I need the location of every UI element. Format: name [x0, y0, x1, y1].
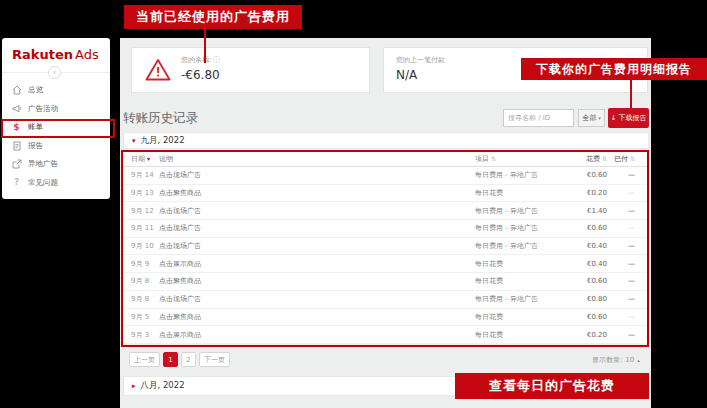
table-row: 9月 11点击现场广告每日费用 - 异地广告€0.60—	[123, 220, 647, 238]
sidebar-item-offsite-ads[interactable]: 异地广告	[2, 155, 110, 174]
download-report-button[interactable]: ↓ 下载报告	[608, 108, 649, 128]
column-header-item[interactable]: 项目⇅	[475, 154, 567, 164]
cell-paid: —	[607, 224, 641, 232]
cell-paid: —	[607, 207, 641, 215]
cell-spend: €0.20	[567, 189, 607, 197]
page-size-control[interactable]: 显示数量: 10 ▴	[592, 355, 640, 365]
balance-card: 您的余额:ⓘ -€6.80	[131, 47, 370, 93]
chevron-down-icon: ▾	[598, 115, 601, 121]
question-icon: ?	[11, 177, 22, 188]
page-size-value: 10	[625, 356, 634, 364]
cell-spend: €0.60	[567, 224, 607, 232]
sidebar-item-label: 总览	[28, 85, 43, 95]
caret-down-icon: ▾	[132, 137, 136, 145]
sidebar-collapse-icon[interactable]: ‹	[48, 66, 61, 79]
cell-item: 每日花费	[475, 312, 567, 322]
table-row: 9月 10点击现场广告每日费用 - 异地广告€0.40—	[123, 238, 647, 256]
month-section-september[interactable]: ▾ 九月, 2022	[123, 132, 649, 149]
cell-desc: 点击现场广告	[159, 170, 475, 180]
table-header: 日期▾ 说明 项目⇅ 花费⇅ 已付⇅	[123, 152, 647, 167]
page-button-2[interactable]: 2	[181, 352, 196, 367]
cell-date: 9月 14	[131, 170, 159, 180]
cell-paid: —	[607, 260, 641, 268]
cell-spend: €0.40	[567, 260, 607, 268]
table-row: 9月 8点击现场广告每日费用 - 异地广告€0.80—	[123, 291, 647, 309]
logo-brand: Rakuten	[12, 47, 73, 62]
cell-paid: —	[607, 331, 641, 339]
external-link-icon	[11, 159, 22, 170]
cell-desc: 点击聚焦商品	[159, 188, 475, 198]
sidebar-item-campaigns[interactable]: 广告活动	[2, 100, 110, 119]
caret-right-icon: ▸	[132, 382, 136, 390]
annotation-used-budget: 当前已经使用的广告费用	[124, 5, 302, 29]
cell-date: 9月 5	[131, 312, 159, 322]
cell-spend: €1.40	[567, 207, 607, 215]
megaphone-icon	[11, 103, 22, 114]
cell-paid: —	[607, 242, 641, 250]
filter-dropdown[interactable]: 全部▾	[578, 109, 605, 127]
cell-desc: 点击现场广告	[159, 294, 475, 304]
page-size-label: 显示数量:	[592, 355, 622, 365]
last-payment-label: 您的上一笔付款	[396, 55, 445, 65]
cell-date: 9月 3	[131, 330, 159, 340]
next-page-button[interactable]: 下一页	[199, 352, 230, 367]
cell-desc: 点击展示商品	[159, 330, 475, 340]
info-icon[interactable]: ⓘ	[213, 56, 220, 64]
sort-desc-icon: ▾	[147, 155, 150, 162]
cell-item: 每日费用 - 异地广告	[475, 170, 567, 180]
cell-spend: €0.20	[567, 331, 607, 339]
table-row: 9月 8点击聚焦商品每日花费€0.60—	[123, 273, 647, 291]
cell-paid: —	[607, 171, 641, 179]
sidebar-item-label: 异地广告	[28, 159, 58, 169]
column-header-date[interactable]: 日期▾	[131, 154, 159, 164]
cell-desc: 点击现场广告	[159, 223, 475, 233]
page-buttons: 12	[163, 352, 196, 367]
sidebar-item-reports[interactable]: 报告	[2, 137, 110, 156]
annotation-connector	[630, 80, 632, 109]
cell-paid: —	[607, 313, 641, 321]
annotation-connector	[204, 29, 206, 63]
month-label: 八月, 2022	[141, 380, 185, 392]
cell-spend: €0.60	[567, 277, 607, 285]
sidebar-item-label: 常见问题	[28, 178, 58, 188]
cell-date: 9月 9	[131, 259, 159, 269]
pagination: 上一页 12 下一页	[129, 352, 230, 367]
sort-icon: ⇅	[630, 155, 635, 162]
last-payment-value: N/A	[396, 68, 445, 82]
cell-spend: €0.60	[567, 313, 607, 321]
cell-item: 每日花费	[475, 276, 567, 286]
prev-page-button[interactable]: 上一页	[129, 352, 160, 367]
cell-desc: 点击现场广告	[159, 206, 475, 216]
cell-date: 9月 8	[131, 294, 159, 304]
warning-icon	[145, 58, 171, 82]
rakuten-ads-logo: RakutenAds	[12, 47, 99, 62]
sidebar-item-label: 报告	[28, 141, 43, 151]
table-row: 9月 14点击现场广告每日费用 - 异地广告€0.60—	[123, 167, 647, 185]
column-header-desc[interactable]: 说明	[159, 154, 475, 164]
column-header-paid[interactable]: 已付⇅	[607, 154, 641, 164]
annotation-daily-spend: 查看每日的广告花费	[455, 373, 649, 399]
sidebar-item-overview[interactable]: 总览	[2, 81, 110, 100]
cell-spend: €0.60	[567, 171, 607, 179]
sidebar-item-faq[interactable]: ?常见问题	[2, 174, 110, 193]
cell-desc: 点击聚焦商品	[159, 276, 475, 286]
balance-label: 您的余额:ⓘ	[181, 55, 220, 65]
search-input[interactable]	[503, 109, 574, 127]
cell-spend: €0.40	[567, 242, 607, 250]
cell-item: 每日费用 - 异地广告	[475, 241, 567, 251]
table-row: 9月 9点击展示商品每日花费€0.40—	[123, 255, 647, 273]
sidebar-item-label: 账单	[28, 122, 43, 132]
page-button-1[interactable]: 1	[163, 352, 178, 367]
table-body: 9月 14点击现场广告每日费用 - 异地广告€0.60—9月 13点击聚焦商品每…	[123, 167, 647, 344]
cell-item: 每日费用 - 异地广告	[475, 206, 567, 216]
cell-date: 9月 11	[131, 223, 159, 233]
sidebar-item-billing[interactable]: $账单	[2, 118, 110, 137]
cell-date: 9月 13	[131, 188, 159, 198]
cell-paid: —	[607, 295, 641, 303]
annotation-download-report: 下载你的广告费用明细报告	[521, 58, 707, 80]
cell-spend: €0.80	[567, 295, 607, 303]
logo-suffix: Ads	[75, 47, 99, 62]
column-header-spend[interactable]: 花费⇅	[567, 154, 607, 164]
cell-desc: 点击现场广告	[159, 241, 475, 251]
sidebar-item-label: 广告活动	[28, 104, 58, 114]
